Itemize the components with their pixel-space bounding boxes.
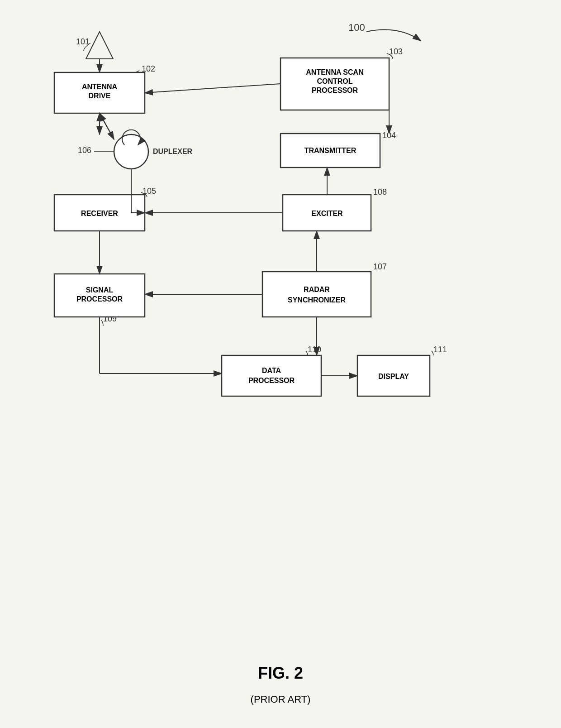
svg-rect-42	[54, 274, 145, 317]
svg-text:RADAR: RADAR	[304, 286, 330, 293]
svg-text:102: 102	[142, 64, 155, 73]
svg-text:DUPLEXER: DUPLEXER	[153, 148, 193, 155]
svg-text:RECEIVER: RECEIVER	[81, 210, 118, 217]
svg-text:100: 100	[348, 22, 365, 33]
svg-rect-25	[280, 134, 380, 168]
svg-rect-55	[222, 355, 321, 396]
svg-text:111: 111	[433, 345, 447, 354]
svg-text:CONTROL: CONTROL	[317, 77, 352, 85]
svg-line-16	[145, 84, 280, 93]
svg-rect-37	[283, 195, 371, 231]
svg-rect-47	[262, 272, 371, 317]
svg-text:SYNCHRONIZER: SYNCHRONIZER	[288, 296, 346, 304]
svg-text:DATA: DATA	[262, 367, 281, 374]
svg-rect-7	[54, 72, 145, 113]
svg-text:TRANSMITTER: TRANSMITTER	[304, 147, 357, 154]
svg-text:PROCESSOR: PROCESSOR	[312, 86, 358, 94]
svg-text:ANTENNA: ANTENNA	[82, 83, 118, 91]
svg-text:108: 108	[373, 187, 387, 196]
figure-label: FIG. 2	[258, 664, 303, 683]
svg-text:PROCESSOR: PROCESSOR	[248, 377, 295, 384]
svg-rect-12	[280, 58, 389, 110]
svg-rect-32	[54, 195, 145, 231]
svg-text:EXCITER: EXCITER	[311, 210, 343, 217]
svg-text:110: 110	[308, 345, 321, 354]
svg-text:103: 103	[389, 47, 403, 56]
svg-line-23	[100, 113, 114, 139]
svg-text:ANTENNA SCAN: ANTENNA SCAN	[306, 68, 363, 76]
svg-marker-3	[86, 32, 113, 59]
diagram-container: 100 101 102 ANTENNA DRIVE 103 ANTENNA SC…	[27, 18, 534, 516]
svg-text:DRIVE: DRIVE	[89, 92, 111, 100]
svg-text:101: 101	[76, 37, 90, 46]
svg-text:109: 109	[103, 314, 117, 323]
svg-text:DISPLAY: DISPLAY	[378, 373, 409, 380]
prior-art-label: (PRIOR ART)	[251, 694, 311, 705]
svg-text:PROCESSOR: PROCESSOR	[76, 295, 123, 303]
svg-point-17	[114, 134, 148, 169]
svg-text:107: 107	[373, 262, 387, 271]
svg-text:106: 106	[78, 146, 91, 155]
svg-text:SIGNAL: SIGNAL	[86, 286, 114, 294]
svg-rect-60	[357, 355, 430, 396]
svg-text:105: 105	[143, 187, 156, 196]
svg-line-22	[100, 113, 114, 139]
svg-text:104: 104	[382, 131, 396, 140]
